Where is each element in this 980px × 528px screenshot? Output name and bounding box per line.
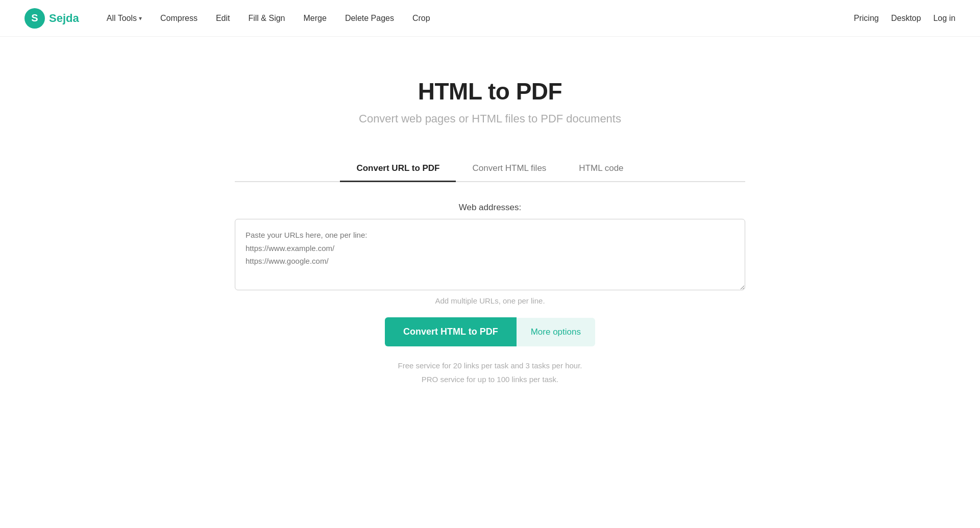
convert-button[interactable]: Convert HTML to PDF bbox=[385, 317, 517, 346]
nav-pricing[interactable]: Pricing bbox=[854, 14, 879, 23]
chevron-down-icon: ▾ bbox=[139, 15, 142, 22]
nav-login[interactable]: Log in bbox=[933, 14, 955, 23]
nav-all-tools[interactable]: All Tools ▾ bbox=[100, 11, 149, 26]
logo-text: Sejda bbox=[49, 12, 79, 25]
logo-area[interactable]: S Sejda bbox=[24, 8, 79, 29]
tab-convert-url[interactable]: Convert URL to PDF bbox=[340, 156, 456, 182]
service-line2: PRO service for up to 100 links per task… bbox=[398, 372, 582, 386]
more-options-button[interactable]: More options bbox=[517, 318, 595, 346]
service-info: Free service for 20 links per task and 3… bbox=[398, 359, 582, 386]
web-addresses-label: Web addresses: bbox=[459, 203, 522, 213]
main-nav: All Tools ▾ Compress Edit Fill & Sign Me… bbox=[100, 11, 437, 26]
nav-fill-sign[interactable]: Fill & Sign bbox=[241, 11, 292, 26]
right-nav: Pricing Desktop Log in bbox=[854, 14, 955, 23]
page-subtitle: Convert web pages or HTML files to PDF d… bbox=[359, 112, 621, 125]
service-line1: Free service for 20 links per task and 3… bbox=[398, 359, 582, 372]
left-section: S Sejda All Tools ▾ Compress Edit Fill &… bbox=[24, 8, 437, 29]
tab-html-code[interactable]: HTML code bbox=[562, 156, 640, 182]
nav-merge[interactable]: Merge bbox=[297, 11, 334, 26]
nav-crop[interactable]: Crop bbox=[405, 11, 437, 26]
logo-icon: S bbox=[24, 8, 45, 29]
tab-convert-html-files[interactable]: Convert HTML files bbox=[456, 156, 562, 182]
nav-desktop[interactable]: Desktop bbox=[891, 14, 921, 23]
hint-text: Add multiple URLs, one per line. bbox=[435, 296, 545, 305]
nav-compress[interactable]: Compress bbox=[153, 11, 205, 26]
page-title: HTML to PDF bbox=[418, 78, 562, 105]
header: S Sejda All Tools ▾ Compress Edit Fill &… bbox=[0, 0, 980, 37]
nav-edit[interactable]: Edit bbox=[209, 11, 237, 26]
nav-delete-pages[interactable]: Delete Pages bbox=[338, 11, 401, 26]
main-content: HTML to PDF Convert web pages or HTML fi… bbox=[0, 37, 980, 386]
url-textarea[interactable] bbox=[235, 219, 745, 290]
form-area: Web addresses: Add multiple URLs, one pe… bbox=[235, 203, 745, 386]
buttons-row: Convert HTML to PDF More options bbox=[385, 317, 595, 346]
tabs-container: Convert URL to PDF Convert HTML files HT… bbox=[235, 156, 745, 182]
